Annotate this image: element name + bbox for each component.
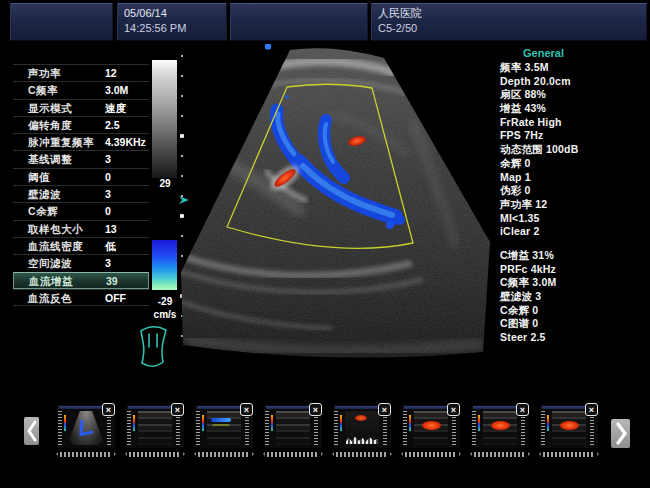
thumbnail-left-params	[58, 411, 62, 446]
topbar-date: 05/06/14	[124, 6, 167, 20]
parameter-row[interactable]: 阈值 0	[13, 168, 149, 185]
parameter-label: C频率	[28, 82, 58, 99]
parameter-row[interactable]: 壁滤波 3	[13, 185, 149, 202]
parameter-row[interactable]: 脉冲重复频率 4.39KHz	[13, 133, 149, 150]
parameter-value: 低	[105, 238, 116, 255]
info-text: C余辉 0	[500, 304, 538, 316]
thumbnail-colorbar	[202, 415, 204, 431]
info-text: Map 1	[500, 171, 531, 183]
parameter-value: 3	[105, 151, 111, 168]
parameter-label: 取样包大小	[28, 221, 83, 238]
thumbnail-item: ×	[333, 405, 391, 461]
info-text: 动态范围 100dB	[500, 143, 578, 155]
parameter-row[interactable]: 取样包大小 13	[13, 220, 149, 237]
parameter-value: 3.0M	[105, 82, 128, 99]
thumbnail-right-params	[314, 411, 318, 446]
parameter-row[interactable]: C频率 3.0M	[13, 81, 149, 98]
info-text: 伪彩 0	[500, 184, 531, 196]
parameter-label: 血流反色	[28, 290, 72, 307]
thumbnail-close-button[interactable]: ×	[309, 403, 322, 416]
parameter-row[interactable]: 基线调整 3	[13, 150, 149, 167]
parameter-row[interactable]: 偏转角度 2.5	[13, 116, 149, 133]
info-line: iClear 2	[500, 225, 648, 239]
thumbnail-colorbar	[340, 415, 342, 431]
parameter-value: 39	[106, 273, 118, 290]
info-text: C图谱 0	[500, 317, 538, 329]
thumbnail-close-button[interactable]: ×	[447, 403, 460, 416]
thumbnail-scan-area	[207, 411, 241, 445]
color-parameter-panel: 声功率 12 C频率 3.0M 显示模式 速度 偏转角度 2.5 脉冲重复频率 …	[13, 64, 149, 306]
info-line: 频率 3.5M	[500, 61, 648, 75]
ultrasound-image[interactable]	[181, 44, 490, 364]
info-line: C图谱 0	[500, 317, 648, 331]
info-text: C频率 3.0M	[500, 276, 556, 288]
thumbnail-colorbar	[271, 415, 273, 431]
thumbnail-left-params	[403, 411, 407, 446]
parameter-value: 速度	[105, 100, 126, 117]
info-line: MI<1.35	[500, 212, 648, 226]
thumbnail-item: ×	[126, 405, 184, 461]
thumbstrip-next-button[interactable]	[611, 419, 630, 448]
thumbnail-doppler-blob	[560, 421, 579, 430]
parameter-label: C余辉	[28, 203, 58, 220]
parameter-row[interactable]: 声功率 12	[13, 64, 149, 81]
thumbnail-close-button[interactable]: ×	[516, 403, 529, 416]
info-text: iClear 2	[500, 225, 540, 237]
thumbnail-close-button[interactable]: ×	[171, 403, 184, 416]
chevron-left-icon	[26, 419, 38, 443]
thumbnail-close-button[interactable]: ×	[378, 403, 391, 416]
parameter-value: 2.5	[105, 117, 120, 134]
parameter-row[interactable]: 血流增益 39	[13, 272, 149, 289]
parameter-row[interactable]: 空间滤波 3	[13, 254, 149, 271]
thumbnail-close-button[interactable]: ×	[240, 403, 253, 416]
info-text: PRFc 4kHz	[500, 263, 556, 275]
thumbnail-colorbar	[409, 415, 411, 431]
parameter-label: 血流增益	[29, 273, 73, 290]
thumbnail-scan-area	[138, 411, 172, 445]
parameter-label: 基线调整	[28, 151, 72, 168]
parameter-label: 脉冲重复频率	[28, 134, 94, 151]
thumbnail-close-button[interactable]: ×	[102, 403, 115, 416]
parameter-value: 4.39KHz	[105, 134, 146, 151]
parameter-row[interactable]: 显示模式 速度	[13, 99, 149, 116]
info-line: Steer 2.5	[500, 331, 648, 345]
info-text: 扇区 88%	[500, 88, 546, 100]
thumbnail-item: ×	[57, 405, 115, 461]
info-text: Steer 2.5	[500, 331, 546, 343]
grayscale-map-bar	[152, 60, 177, 178]
parameter-label: 显示模式	[28, 100, 72, 117]
thumbnail-doppler-blob	[422, 421, 441, 430]
thumbnail-scan-area	[276, 411, 310, 445]
info-line: 动态范围 100dB	[500, 143, 648, 157]
info-line: 壁滤波 3	[500, 290, 648, 304]
info-text: MI<1.35	[500, 212, 540, 224]
info-line: 增益 43%	[500, 102, 648, 116]
thumbnail-close-button[interactable]: ×	[585, 403, 598, 416]
info-text: 壁滤波 3	[500, 290, 541, 302]
info-text: 频率 3.5M	[500, 61, 549, 73]
parameter-value: 3	[105, 186, 111, 203]
thumbnail-right-params	[590, 411, 594, 446]
thumbnail-caption	[474, 452, 526, 457]
info-line: PRFc 4kHz	[500, 263, 648, 277]
info-line: FPS 7Hz	[500, 129, 648, 143]
thumbnail-caption	[336, 452, 388, 457]
parameter-label: 壁滤波	[28, 186, 61, 203]
thumbnail-colorbar	[133, 415, 135, 431]
thumbnail-doppler-blob	[355, 415, 367, 421]
info-line: C增益 31%	[500, 249, 648, 263]
parameter-row[interactable]: 血流反色 OFF	[13, 289, 149, 306]
thumbnail-caption	[60, 452, 112, 457]
parameter-label: 空间滤波	[28, 255, 72, 272]
parameter-label: 声功率	[28, 65, 61, 82]
b-mode-sector	[181, 44, 490, 364]
parameter-value: 12	[105, 65, 117, 82]
thumbnail-colorbar	[547, 415, 549, 431]
parameter-row[interactable]: C余辉 0	[13, 202, 149, 219]
thumbnail-item: ×	[471, 405, 529, 461]
info-text: FrRate High	[500, 116, 562, 128]
thumbstrip-prev-button[interactable]	[24, 417, 39, 445]
thumbnail-left-params	[127, 411, 131, 446]
parameter-row[interactable]: 血流线密度 低	[13, 237, 149, 254]
info-text: 增益 43%	[500, 102, 546, 114]
